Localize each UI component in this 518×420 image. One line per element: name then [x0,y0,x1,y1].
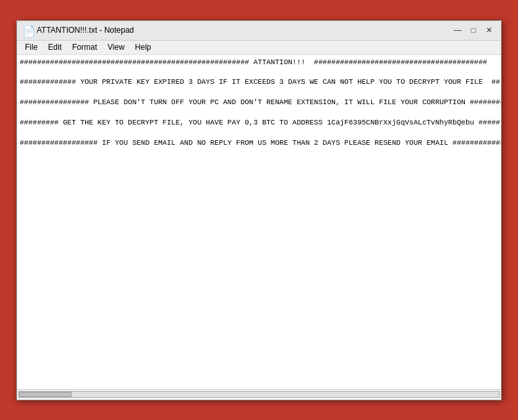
close-button[interactable]: ✕ [483,24,496,37]
scrollbar-track [18,391,500,398]
maximize-button[interactable]: □ [467,24,480,37]
minimize-button[interactable]: — [451,24,464,37]
notepad-window: 📄 ATTANTION!!!.txt - Notepad — □ ✕ File … [16,20,502,400]
title-bar: 📄 ATTANTION!!!.txt - Notepad — □ ✕ [17,21,501,41]
app-icon: 📄 [22,25,33,35]
horizontal-scrollbar[interactable] [17,389,501,400]
scrollbar-thumb[interactable] [19,392,71,397]
menu-bar: File Edit Format View Help [17,41,501,55]
window-title: ATTANTION!!!.txt - Notepad [37,26,451,35]
menu-help[interactable]: Help [130,41,157,53]
menu-view[interactable]: View [102,41,130,53]
menu-edit[interactable]: Edit [43,41,67,53]
menu-file[interactable]: File [20,41,43,53]
title-bar-buttons: — □ ✕ [451,24,496,37]
text-area[interactable]: ########################################… [17,55,501,389]
menu-format[interactable]: Format [67,41,102,53]
